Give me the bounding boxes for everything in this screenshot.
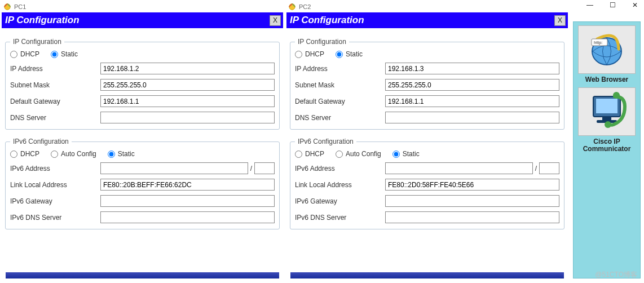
scrollbar-bottom[interactable]	[290, 272, 564, 278]
subnet-mask-label: Subnet Mask	[10, 81, 100, 89]
ipv4-static-radio[interactable]: Static	[336, 50, 363, 58]
ip-phone-icon	[578, 87, 636, 136]
ipv6-group: IPv6 Configuration DHCP Auto Config Stat…	[5, 138, 280, 229]
app-icon	[3, 3, 11, 11]
ip-address-input[interactable]	[385, 63, 559, 74]
svg-rect-7	[602, 117, 611, 120]
ipv6-autoconfig-radio[interactable]: Auto Config	[336, 150, 381, 158]
svg-point-9	[613, 92, 620, 99]
ip-address-label: IP Address	[10, 65, 100, 73]
browser-icon: http:	[578, 25, 636, 74]
ipv6-dhcp-radio[interactable]: DHCP	[295, 150, 324, 158]
view-header: IP Configuration X	[286, 12, 568, 28]
link-local-label: Link Local Address	[295, 181, 385, 189]
ipv4-dhcp-radio[interactable]: DHCP	[295, 50, 324, 58]
subnet-mask-input[interactable]	[385, 79, 559, 91]
tool-label: Web Browser	[585, 76, 628, 83]
default-gateway-input[interactable]	[100, 95, 275, 107]
dns-server-input[interactable]	[385, 112, 559, 123]
app-toolbar: — ☐ ✕ http: Web Browser	[570, 0, 644, 283]
prefix-separator: /	[535, 165, 537, 173]
ipv4-dhcp-radio[interactable]: DHCP	[10, 50, 39, 58]
app-icon	[288, 3, 296, 11]
ipv4-group: IP Configuration DHCP Static IP Address …	[290, 38, 564, 130]
ipv6-prefix-input[interactable]	[539, 162, 559, 174]
subnet-mask-label: Subnet Mask	[295, 81, 385, 89]
ipv6-address-label: IPv6 Address	[295, 165, 385, 173]
ipv4-group: IP Configuration DHCP Static IP Address …	[5, 38, 280, 130]
link-local-input[interactable]	[100, 179, 275, 191]
config-panel-pc2: PC2 IP Configuration X IP Configuration …	[285, 0, 570, 283]
svg-text:http:: http:	[594, 40, 603, 45]
config-panel-pc1: PC1 IP Configuration X IP Configuration …	[0, 0, 285, 283]
svg-rect-6	[596, 99, 617, 113]
ipv6-dns-label: IPv6 DNS Server	[10, 214, 100, 222]
window-titlebar: PC2	[285, 0, 570, 12]
window-titlebar: PC1	[0, 0, 285, 12]
ipv6-autoconfig-radio[interactable]: Auto Config	[51, 150, 96, 158]
dns-server-label: DNS Server	[10, 114, 100, 122]
dns-server-label: DNS Server	[295, 114, 385, 122]
ipv6-prefix-input[interactable]	[254, 162, 275, 174]
default-gateway-input[interactable]	[385, 95, 559, 107]
svg-point-1	[289, 3, 295, 10]
ipv6-static-radio[interactable]: Static	[392, 150, 420, 158]
ipv4-static-radio[interactable]: Static	[51, 50, 78, 58]
view-header-title: IP Configuration	[290, 15, 364, 26]
ipv6-dns-input[interactable]	[385, 211, 559, 223]
ip-address-input[interactable]	[100, 63, 275, 74]
ipv6-legend: IPv6 Configuration	[295, 138, 356, 145]
ipv6-dhcp-radio[interactable]: DHCP	[10, 150, 39, 158]
default-gateway-label: Default Gateway	[10, 98, 100, 105]
ipv6-address-input[interactable]	[100, 162, 248, 174]
ipv6-static-radio[interactable]: Static	[108, 150, 135, 158]
ipv6-gateway-input[interactable]	[100, 195, 275, 207]
svg-point-0	[5, 3, 11, 10]
ipv6-dns-input[interactable]	[100, 211, 275, 223]
window-title: PC1	[14, 3, 26, 10]
ipv6-gateway-label: IPv6 Gateway	[295, 197, 385, 205]
ipv6-dns-label: IPv6 DNS Server	[295, 214, 385, 222]
tool-label: Cisco IP Communicator	[577, 138, 636, 153]
ipv6-legend: IPv6 Configuration	[10, 138, 72, 145]
ipv4-legend: IP Configuration	[295, 38, 349, 46]
subnet-mask-input[interactable]	[100, 79, 275, 91]
scrollbar-bottom[interactable]	[6, 272, 279, 278]
view-header-title: IP Configuration	[5, 15, 80, 26]
link-local-input[interactable]	[385, 179, 559, 191]
close-button[interactable]: X	[270, 15, 281, 26]
window-minimize-button[interactable]: —	[583, 1, 597, 9]
window-title: PC2	[299, 3, 311, 10]
window-controls: — ☐ ✕	[583, 1, 642, 9]
ipv6-gateway-label: IPv6 Gateway	[10, 197, 100, 205]
tool-web-browser[interactable]: http: Web Browser	[577, 25, 636, 83]
dns-server-input[interactable]	[100, 112, 275, 123]
view-header: IP Configuration X	[2, 12, 283, 28]
prefix-separator: /	[250, 165, 252, 173]
close-button[interactable]: X	[554, 15, 566, 26]
ipv6-group: IPv6 Configuration DHCP Auto Config Stat…	[290, 138, 564, 229]
link-local-label: Link Local Address	[10, 181, 100, 189]
window-maximize-button[interactable]: ☐	[606, 1, 619, 9]
ipv6-address-label: IPv6 Address	[10, 165, 100, 173]
default-gateway-label: Default Gateway	[295, 98, 385, 105]
window-close-button[interactable]: ✕	[628, 1, 642, 9]
ipv6-address-input[interactable]	[385, 162, 533, 174]
ipv4-legend: IP Configuration	[10, 38, 64, 46]
tool-cisco-ip-communicator[interactable]: Cisco IP Communicator	[577, 87, 636, 153]
svg-point-10	[605, 121, 611, 128]
ip-address-label: IP Address	[295, 65, 385, 73]
ipv6-gateway-input[interactable]	[385, 195, 559, 207]
